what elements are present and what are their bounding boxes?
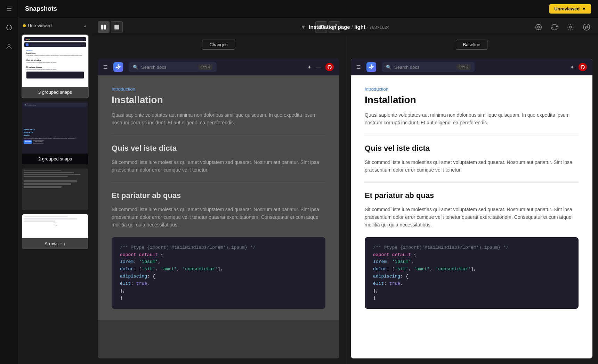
changes-label-container: Changes [92,36,345,53]
svg-point-0 [8,44,10,47]
sidebar-icon-user[interactable] [3,40,15,53]
sidebar-chevron-icon[interactable]: ▲ [83,23,87,28]
toolbar-right [533,21,592,33]
changes-code-block: /** @type {import('@tailwindlabs/lorem')… [112,237,325,309]
baseline-search-icon: 🔍 [386,65,391,70]
changes-content[interactable]: ☰ 🔍 Search docs Ctrl K [92,53,345,364]
baseline-logo [366,62,376,72]
baseline-content[interactable]: ☰ 🔍 Search docs Ctrl K [345,53,598,364]
changes-panel: Changes ☰ 🔍 [92,36,345,364]
dash-icon: — [316,64,321,70]
changes-h2-1: Quis vel iste dicta [112,144,325,153]
snap-label-4: Arrows ↑ ↓ [22,238,88,249]
baseline-button[interactable]: Baseline [456,40,488,50]
baseline-panel: Baseline ☰ 🔍 [345,36,598,364]
changes-preview: ☰ 🔍 Search docs Ctrl K [98,59,339,358]
split-view-button[interactable] [98,21,110,33]
sidebar-section-label: Unreviewed [28,23,52,28]
baseline-body: Introduction Installation Quasi sapiente… [351,75,592,320]
sidebar: Unreviewed ▲ [18,18,92,364]
baseline-navbar: ☰ 🔍 Search docs Ctrl K [351,59,592,75]
snapshot-list: Ctrl K Introduction Installation Quasi s… [18,33,92,364]
baseline-divider-2 [365,182,579,183]
single-view-button[interactable] [111,21,123,33]
svg-point-14 [583,24,590,30]
baseline-intro-label: Introduction [365,86,579,92]
snap-label-2: 2 grouped snaps [22,154,88,164]
changes-h1: Installation [112,94,325,106]
diff-viewer: Changes ☰ 🔍 [92,36,598,364]
unreviewed-badge[interactable]: Unreviewed ▼ [549,4,591,14]
sidebar-icon-info[interactable]: ⓘ [3,22,15,34]
snapshot-item-1[interactable]: Ctrl K Introduction Installation Quasi s… [22,34,89,98]
settings-icon-button[interactable] [565,21,576,33]
changes-p2: Sit commodi iste iure molestias qui amet… [112,158,325,174]
toolbar-left [98,21,123,33]
baseline-p3: Sit commodi iste iure molestias qui amet… [365,206,579,229]
changes-divider-1 [112,135,325,135]
menu-icon: ☰ [6,5,12,13]
inspect-icon-button[interactable] [533,21,544,33]
badge-label: Unreviewed [554,6,580,11]
main-layout: ⓘ Unreviewed ▲ [0,18,598,364]
changes-button[interactable]: Changes [202,40,235,50]
search-shortcut: Ctrl K [199,64,212,70]
snapshot-item-3[interactable] [22,168,89,211]
changes-body: Introduction Installation Quasi sapiente… [98,75,339,320]
svg-rect-3 [114,25,119,30]
svg-marker-16 [116,65,120,69]
baseline-nav-menu-icon: ☰ [356,64,361,70]
baseline-p2: Sit commodi iste iure molestias qui amet… [365,158,579,174]
baseline-search-shortcut: Ctrl K [456,64,470,70]
baseline-preview: ☰ 🔍 Search docs Ctrl K [351,59,592,358]
svg-rect-2 [104,25,106,30]
snapshot-item-4[interactable]: ↑ ↓ Arrows ↑ ↓ [22,214,89,250]
changes-logo [113,62,123,72]
compass-icon-button[interactable] [581,21,592,33]
snap-label-1: 3 grouped snaps [22,87,88,98]
svg-rect-1 [101,25,103,30]
baseline-github-icon [579,63,587,71]
baseline-divider-1 [365,135,579,135]
unreviewed-dot [23,24,26,27]
main-toolbar: ▼ Installation page / light · 768×1024 [92,18,598,36]
chevron-down-icon: ▼ [582,6,586,11]
page-title-chevron-icon[interactable]: ▼ [301,24,306,30]
main-area: ▼ Installation page / light · 768×1024 [92,18,598,364]
baseline-label-container: Baseline [345,36,598,53]
baseline-h1: Installation [365,94,579,106]
changes-p1: Quasi sapiente voluptates aut minima non… [112,111,325,127]
svg-point-8 [538,26,540,28]
top-header: ☰ Snapshots Unreviewed ▼ [0,0,598,18]
snapshot-item-2[interactable]: 🔍 Find something Never miss the cache ag… [22,101,89,165]
changes-divider-2 [112,182,325,183]
search-icon: 🔍 [133,65,138,70]
page-title: Installation page / light · 768×1024 [309,24,389,30]
baseline-h2-2: Et pariatur ab quas [365,191,579,200]
baseline-h2-1: Quis vel iste dicta [365,144,579,153]
changes-nav-menu-icon: ☰ [103,64,108,70]
changes-p3: Sit commodi iste iure molestias qui amet… [112,206,325,229]
changes-h2-2: Et pariatur ab quas [112,191,325,200]
menu-button[interactable]: ☰ [0,0,18,18]
svg-marker-17 [369,65,373,69]
refresh-icon-button[interactable] [549,21,560,33]
sidebar-icon-rail: ⓘ [0,18,18,364]
baseline-p1: Quasi sapiente voluptates aut minima non… [365,111,579,127]
sidebar-section-header: Unreviewed ▲ [18,18,92,33]
svg-marker-15 [585,26,588,28]
sun-icon: ✦ [307,64,312,71]
baseline-sun-icon: ✦ [570,64,574,71]
baseline-search-box[interactable]: 🔍 Search docs Ctrl K [382,62,475,72]
changes-intro-label: Introduction [112,86,325,92]
changes-search-box[interactable]: 🔍 Search docs Ctrl K [129,62,217,72]
page-title-bar: ▼ Installation page / light · 768×1024 [301,24,390,30]
baseline-code-block: /** @type {import('@tailwindlabs/lorem')… [365,237,579,309]
snapshot-thumb-3 [22,168,88,210]
svg-point-13 [569,26,572,28]
changes-nav-right: ✦ — [307,63,334,71]
app-title: Snapshots [18,5,549,13]
changes-navbar: ☰ 🔍 Search docs Ctrl K [98,59,339,75]
changes-github-icon [325,63,334,71]
baseline-nav-right: ✦ [570,63,587,71]
